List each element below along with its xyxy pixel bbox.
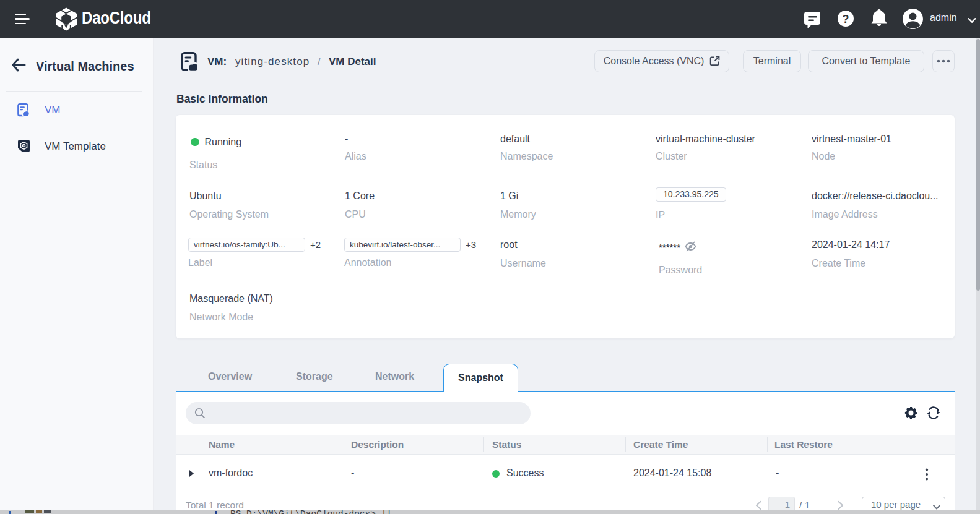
svg-text:?: ? (843, 13, 849, 25)
